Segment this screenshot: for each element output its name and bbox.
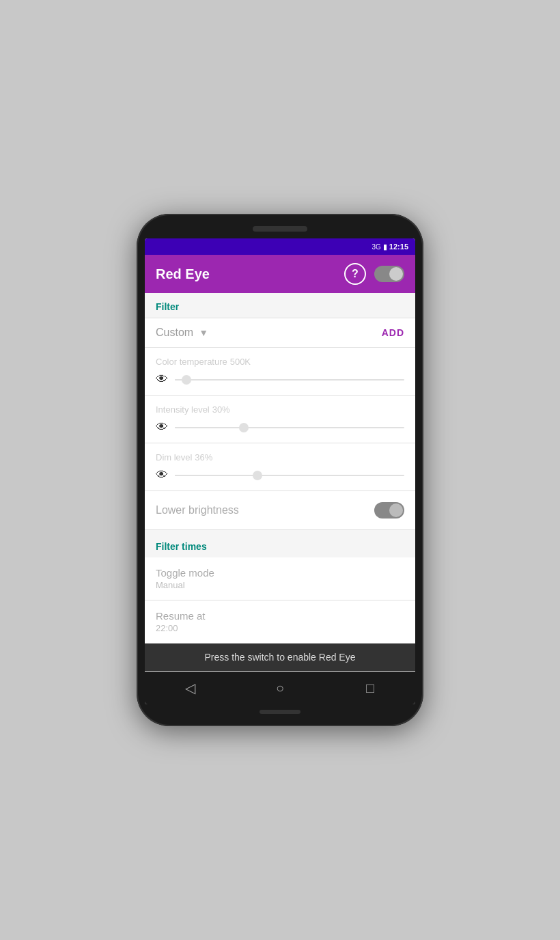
toggle-mode-row[interactable]: Toggle mode Manual [145,557,415,600]
nav-bar: ◁ ○ □ [145,672,415,704]
filter-select[interactable]: Custom ▼ [156,327,382,339]
color-temperature-label: Color temperature 500K [156,356,404,367]
main-toggle-switch[interactable] [374,266,404,282]
color-temperature-slider-row: 👁 [156,372,404,387]
recent-apps-button[interactable]: □ [356,674,384,702]
app-bar: Red Eye ? [145,255,415,293]
resume-at-row[interactable]: Resume at 22:00 [145,600,415,644]
lower-brightness-row: Lower brightness [145,491,415,530]
home-button[interactable]: ○ [266,674,294,702]
add-button[interactable]: ADD [382,327,404,338]
toggle-mode-label: Toggle mode [156,567,404,579]
filter-times-header: Filter times [145,530,415,557]
intensity-level-slider-row: 👁 [156,420,404,434]
bottom-message-bar: Press the switch to enable Red Eye [145,644,415,671]
back-button[interactable]: ◁ [176,674,204,702]
eye-icon-color-temp[interactable]: 👁 [156,372,168,387]
dim-level-slider-row: 👁 [156,468,404,482]
dim-level-slider[interactable] [175,475,404,476]
color-temperature-slider[interactable] [175,379,404,381]
resume-at-value: 22:00 [156,623,404,633]
chevron-down-icon: ▼ [199,327,208,338]
filter-value: Custom [156,327,193,339]
eye-icon-dim[interactable]: 👁 [156,468,168,482]
phone-frame: 3G ▮ 12:15 Red Eye ? Filter Custom ▼ ADD [137,214,423,726]
phone-speaker [253,226,307,232]
dim-level-section: Dim level 36% 👁 [145,443,415,491]
status-bar: 3G ▮ 12:15 [145,238,415,255]
toggle-mode-value: Manual [156,580,404,590]
help-button[interactable]: ? [344,263,366,285]
filter-section-header: Filter [145,293,415,318]
phone-home-indicator [260,710,300,714]
resume-at-label: Resume at [156,610,404,622]
battery-icon: ▮ [383,243,387,251]
phone-screen: 3G ▮ 12:15 Red Eye ? Filter Custom ▼ ADD [145,238,415,704]
color-temperature-section: Color temperature 500K 👁 [145,348,415,396]
filter-dropdown-row[interactable]: Custom ▼ ADD [145,318,415,348]
bottom-message-text: Press the switch to enable Red Eye [204,652,355,663]
intensity-level-section: Intensity level 30% 👁 [145,396,415,443]
lower-brightness-toggle[interactable] [374,502,404,519]
intensity-level-label: Intensity level 30% [156,404,404,415]
dim-level-label: Dim level 36% [156,452,404,462]
app-title: Red Eye [156,266,336,282]
intensity-level-slider[interactable] [175,427,404,428]
status-time: 12:15 [389,243,408,251]
content-area: Filter Custom ▼ ADD Color temperature 50… [145,293,415,672]
lower-brightness-label: Lower brightness [156,504,239,516]
signal-icon: 3G [372,243,381,251]
status-icons: 3G ▮ 12:15 [372,243,408,251]
eye-icon-intensity[interactable]: 👁 [156,420,168,434]
